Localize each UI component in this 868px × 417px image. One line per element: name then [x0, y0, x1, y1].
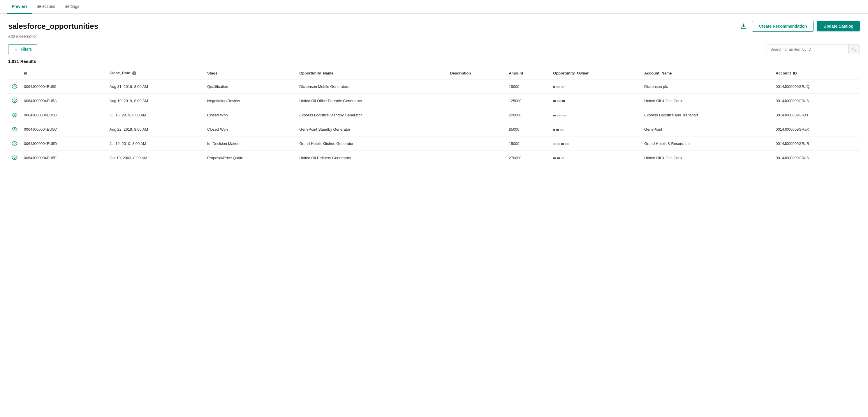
info-icon[interactable]: i — [132, 71, 136, 75]
cell-opportunity-owner — [550, 108, 641, 122]
results-count: 1,031 Results — [8, 59, 860, 64]
cell-stage: Proposal/Price Quote — [204, 151, 296, 165]
row-eye-cell — [8, 94, 21, 108]
cell-id: 0064J000004EU5A — [21, 94, 106, 108]
table-header-row: id Close_Date i Stage Opportunity_Name D… — [8, 67, 860, 79]
tab-selections[interactable]: Selections — [32, 0, 60, 14]
table-row: 0064J000004EU5E Oct 19, 2003, 8:00 AM Pr… — [8, 151, 860, 165]
cell-stage: Qualification — [204, 79, 296, 94]
cell-close-date: Jul 15, 2019, 8:00 AM — [106, 108, 204, 122]
cell-id: 0064J000004EU5D — [21, 137, 106, 151]
col-id: id — [21, 67, 106, 79]
toolbar: Filters — [8, 44, 860, 54]
svg-point-8 — [14, 114, 16, 116]
cell-account-id: 0014J000009GRaQ — [773, 79, 860, 94]
cell-opportunity-owner — [550, 79, 641, 94]
page-description[interactable]: Add a description — [8, 34, 860, 38]
cell-account-name: United Oil & Gas Corp. — [641, 151, 773, 165]
cell-stage: Closed Won — [204, 122, 296, 137]
tab-settings[interactable]: Settings — [60, 0, 84, 14]
cell-description — [447, 122, 506, 137]
svg-point-9 — [14, 129, 16, 130]
row-eye-cell — [8, 122, 21, 137]
tab-preview[interactable]: Preview — [7, 0, 32, 14]
search-input[interactable] — [767, 45, 848, 54]
col-eye — [8, 67, 21, 79]
eye-icon[interactable] — [11, 126, 18, 132]
cell-close-date: Aug 19, 2019, 8:00 AM — [106, 94, 204, 108]
cell-amount: 15000 — [506, 137, 550, 151]
cell-opportunity-name: Express Logistics Standby Generator — [296, 108, 447, 122]
cell-close-date: Oct 19, 2003, 8:00 AM — [106, 151, 204, 165]
cell-close-date: Aug 31, 2019, 8:00 AM — [106, 79, 204, 94]
update-catalog-button[interactable]: Update Catalog — [817, 21, 860, 31]
cell-opportunity-name: United Oil Refinery Generators — [296, 151, 447, 165]
row-eye-cell — [8, 137, 21, 151]
row-eye-cell — [8, 151, 21, 165]
eye-icon[interactable] — [11, 112, 18, 118]
cell-id: 0064J000004EU5E — [21, 151, 106, 165]
eye-icon[interactable] — [11, 83, 18, 89]
svg-point-10 — [14, 143, 16, 144]
cell-opportunity-owner — [550, 122, 641, 137]
cell-description — [447, 151, 506, 165]
cell-account-id: 0014J000009GRaS — [773, 151, 860, 165]
cell-id: 0064J000004EU5C — [21, 122, 106, 137]
eye-icon[interactable] — [11, 98, 18, 104]
cell-opportunity-name: United Oil Office Portable Generators — [296, 94, 447, 108]
col-account-name: Account_Name — [641, 67, 773, 79]
svg-line-5 — [855, 50, 856, 51]
cell-opportunity-name: GenePoint Standby Generator — [296, 122, 447, 137]
row-eye-cell — [8, 79, 21, 94]
svg-point-7 — [14, 100, 16, 102]
svg-point-6 — [14, 86, 16, 87]
cell-opportunity-name: Grand Hotels Kitchen Generator — [296, 137, 447, 151]
tabs-bar: Preview Selections Settings — [0, 0, 868, 14]
eye-icon[interactable] — [11, 141, 18, 146]
cell-id: 0064J000004EU59 — [21, 79, 106, 94]
download-button[interactable] — [739, 21, 748, 31]
row-eye-cell — [8, 108, 21, 122]
main-content: salesforce_opportunities Create Recommen… — [0, 14, 868, 172]
col-close-date: Close_Date i — [106, 67, 204, 79]
search-box — [767, 44, 860, 54]
table-row: 0064J000004EU5D Jul 19, 2010, 8:00 AM Id… — [8, 137, 860, 151]
filters-button[interactable]: Filters — [8, 44, 37, 54]
svg-point-11 — [14, 157, 16, 159]
col-stage: Stage — [204, 67, 296, 79]
cell-description — [447, 79, 506, 94]
cell-amount: 270000 — [506, 151, 550, 165]
cell-description — [447, 137, 506, 151]
col-opportunity-owner: Opportunity_Owner — [550, 67, 641, 79]
table-row: 0064J000004EU59 Aug 31, 2019, 8:00 AM Qu… — [8, 79, 860, 94]
eye-icon[interactable] — [11, 155, 18, 161]
create-recommendation-button[interactable]: Create Recommendation — [752, 21, 813, 32]
cell-opportunity-owner — [550, 137, 641, 151]
cell-account-id: 0014J000009GRaT — [773, 108, 860, 122]
cell-amount: 125000 — [506, 94, 550, 108]
cell-description — [447, 108, 506, 122]
cell-account-name: GenePoint — [641, 122, 773, 137]
table-row: 0064J000004EU5B Jul 15, 2019, 8:00 AM Cl… — [8, 108, 860, 122]
col-amount: Amount — [506, 67, 550, 79]
cell-account-id: 0014J000009GRaS — [773, 94, 860, 108]
header-actions: Create Recommendation Update Catalog — [739, 21, 860, 32]
cell-opportunity-owner — [550, 151, 641, 165]
cell-account-id: 0014J000009GRaX — [773, 122, 860, 137]
cell-amount: 220000 — [506, 108, 550, 122]
cell-stage: Closed Won — [204, 108, 296, 122]
search-icon — [852, 47, 856, 51]
header-row: salesforce_opportunities Create Recommen… — [8, 21, 860, 32]
table-row: 0064J000004EU5A Aug 19, 2019, 8:00 AM Ne… — [8, 94, 860, 108]
table-row: 0064J000004EU5C Aug 22, 2019, 8:00 AM Cl… — [8, 122, 860, 137]
cell-description — [447, 94, 506, 108]
cell-stage: Id. Decision Makers — [204, 137, 296, 151]
cell-opportunity-owner — [550, 94, 641, 108]
cell-account-name: Grand Hotels & Resorts Ltd — [641, 137, 773, 151]
col-description: Description — [447, 67, 506, 79]
cell-amount: 15000 — [506, 79, 550, 94]
data-table: id Close_Date i Stage Opportunity_Name D… — [8, 67, 860, 165]
search-button[interactable] — [848, 45, 860, 54]
col-opportunity-name: Opportunity_Name — [296, 67, 447, 79]
filter-icon — [14, 47, 18, 51]
